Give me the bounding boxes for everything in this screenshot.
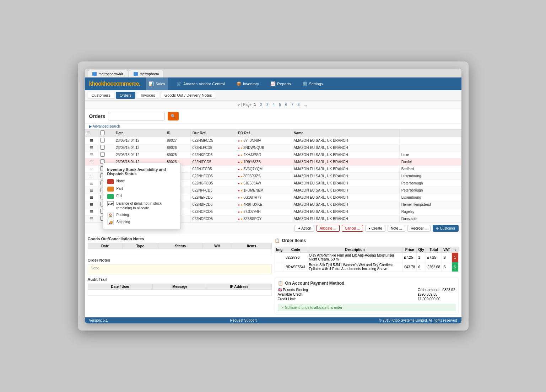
left-panel: Goods Out/Cancellation Notes Date Type S…: [88, 237, 272, 315]
pagination-prefix: ⊳ | Page: [237, 103, 252, 107]
subtab-invoices[interactable]: Invoices: [137, 92, 159, 99]
search-button[interactable]: 🔍: [168, 112, 179, 120]
page-more[interactable]: ...: [302, 102, 308, 107]
row-city: Luxembourg: [399, 194, 461, 201]
nav-amazon[interactable]: 🛒 Amazon Vendor Central: [174, 77, 228, 90]
legend-shipping: 🚚 Shipping: [107, 220, 176, 225]
page-5[interactable]: 5: [277, 102, 283, 107]
row-menu-icon[interactable]: ☰: [85, 137, 98, 144]
col-ourref[interactable]: Our Ref.: [190, 129, 236, 137]
action-button[interactable]: ✦ Action: [294, 225, 314, 232]
order-item-row: 3229796 Olay Anti-Wrinkle Firm and Lift …: [275, 253, 458, 262]
row-poref: ● ● 3NDWNQUB: [236, 144, 292, 151]
browser-tab-1[interactable]: metropharm-biz: [88, 70, 128, 77]
row-menu-icon[interactable]: ☰: [85, 144, 98, 151]
customer-button[interactable]: ⊕ Customer: [433, 225, 458, 232]
note-button[interactable]: Note ...: [388, 225, 405, 232]
row-menu-icon[interactable]: ☰: [85, 151, 98, 159]
row-menu-icon[interactable]: ☰: [85, 180, 98, 187]
item-qty[interactable]: 1: [417, 253, 426, 262]
col-city: [399, 129, 461, 137]
col-poref[interactable]: PO Ref.: [236, 129, 292, 137]
dot-orange: ●: [241, 210, 243, 214]
row-menu-icon[interactable]: ☰: [85, 173, 98, 180]
row-checkbox[interactable]: [98, 144, 114, 151]
nav-inventory[interactable]: 📦 Inventory: [233, 77, 262, 90]
item-vat: S: [442, 253, 452, 262]
row-menu-icon[interactable]: ☰: [85, 208, 98, 215]
subtab-goodsout[interactable]: Goods Out / Delivery Notes: [161, 92, 216, 99]
none-swatch: [107, 179, 114, 184]
item2-img: [275, 262, 284, 272]
col-name[interactable]: Name: [292, 129, 399, 137]
page-3[interactable]: 3: [265, 102, 270, 107]
row-menu-icon[interactable]: ☰: [85, 215, 98, 222]
row-checkbox[interactable]: [98, 151, 114, 159]
row-poref: ● ● 87JD7V4H: [236, 208, 292, 215]
row-name: AMAZON EU SARL, UK BRANCH: [292, 201, 399, 208]
top-navigation: khookhoocommerce. 📊 Sales 🛒 Amazon Vendo…: [85, 77, 461, 90]
row-city: Dunstable: [399, 215, 461, 222]
sufficient-funds-notice: ✓ Sufficient funds to allocate this orde…: [278, 304, 455, 311]
item-img: [275, 253, 284, 262]
goods-col-type: Type: [123, 243, 158, 249]
col-date[interactable]: Date: [114, 129, 165, 137]
full-label: Full: [117, 194, 122, 198]
row-menu-icon[interactable]: ☰: [85, 159, 98, 166]
order-amount-row: Order amount £323.92: [418, 288, 455, 292]
nav-reports[interactable]: 📈 Reports: [267, 77, 294, 90]
dot-red: ●: [238, 203, 240, 206]
table-row[interactable]: ☰ 23/05/18 04:12 89025 022NKFCD5 ● ● 4XV…: [85, 151, 461, 159]
row-menu-icon[interactable]: ☰: [85, 201, 98, 208]
row-ourref: 022NKFCD5: [190, 151, 236, 159]
row-poref: ● ● 3V3Q7YQM: [236, 166, 292, 173]
sub-tabs-bar: Customers Orders Invoices Goods Out / De…: [85, 90, 461, 101]
nav-sales[interactable]: 📊 Sales: [146, 77, 168, 90]
page-6[interactable]: 6: [283, 102, 289, 107]
page-4[interactable]: 4: [271, 102, 277, 107]
dot-red: ●: [238, 146, 240, 150]
item2-vat: S: [442, 262, 452, 272]
row-name: AMAZON EU SARL, UK BRANCH: [292, 151, 399, 159]
reorder-button[interactable]: Reorder ...: [407, 225, 431, 232]
support-link[interactable]: Request Support: [230, 318, 257, 322]
col-id[interactable]: ID: [165, 129, 190, 137]
row-city: [399, 144, 461, 151]
subtab-customers[interactable]: Customers: [88, 92, 114, 99]
col-checkbox[interactable]: [98, 129, 114, 137]
advanced-search-link[interactable]: ▶ Advanced search: [85, 124, 461, 129]
row-poref: ● ● 8YTJNN8V: [236, 137, 292, 144]
legend-none: None: [107, 179, 176, 184]
sufficient-funds-text: Sufficient funds to allocate this order: [285, 306, 342, 310]
goods-col-status: Status: [158, 243, 203, 249]
row-menu-icon[interactable]: ☰: [85, 194, 98, 201]
goods-col-date: Date: [88, 243, 123, 249]
row-menu-icon[interactable]: ☰: [85, 187, 98, 194]
page-2[interactable]: 2: [258, 102, 264, 107]
row-name: AMAZON EU SARL, UK BRANCH: [292, 137, 399, 144]
page-1[interactable]: 1: [252, 102, 258, 107]
orders-search-input[interactable]: [108, 112, 165, 120]
nav-settings[interactable]: ⚙️ Settings: [299, 77, 326, 90]
shipping-label: Shipping: [117, 220, 130, 224]
browser-tab-2[interactable]: metropharm: [129, 70, 164, 77]
item2-qty[interactable]: 6: [417, 262, 426, 272]
pagination-bar: ⊳ | Page 1 2 3 4 5 6 7 8 ...: [85, 101, 461, 109]
subtab-orders[interactable]: Orders: [116, 92, 136, 99]
orders-header: Orders 🔍: [85, 109, 461, 124]
table-row[interactable]: ☰ 23/05/18 04:12 89026 022NLFCD5 ● ● 3ND…: [85, 144, 461, 151]
row-name: AMAZON EU SARL, UK BRANCH: [292, 144, 399, 151]
page-7[interactable]: 7: [290, 102, 295, 107]
create-button[interactable]: ● Create: [365, 225, 385, 232]
cancel-button[interactable]: Cancel ...: [342, 225, 363, 232]
row-poref: ● ● 8G16HR7Y: [236, 194, 292, 201]
item-code: 3229796: [284, 253, 307, 262]
row-checkbox[interactable]: [98, 137, 114, 144]
allocate-button[interactable]: Allocate ...: [317, 225, 340, 232]
page-8[interactable]: 8: [296, 102, 302, 107]
tooltip-popup: Inventory Stock Availability and Dispatc…: [103, 163, 181, 229]
credit-limit-value-row: £1,000,000.00: [418, 297, 455, 301]
row-menu-icon[interactable]: ☰: [85, 166, 98, 173]
table-row[interactable]: ☰ 23/05/18 04:12 89027 022NMFCD5 ● ● 8YT…: [85, 137, 461, 144]
goods-out-section: Goods Out/Cancellation Notes Date Type S…: [88, 237, 272, 255]
